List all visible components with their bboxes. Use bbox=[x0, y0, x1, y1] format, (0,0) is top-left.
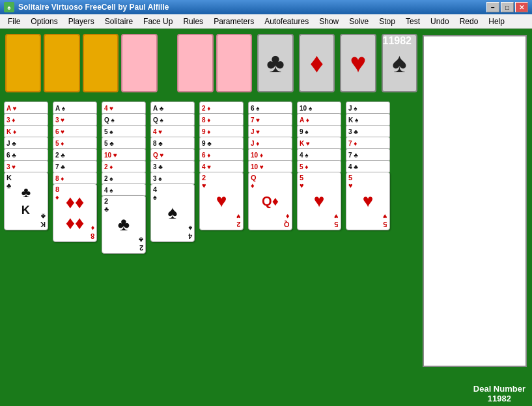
column-7[interactable]: 10 ♠ A ♦ 9 ♠ K ♥ 4 ♠ 5 ♦ 5♥ ♥ 5♥ bbox=[297, 102, 344, 375]
clubs-icon: ♣ bbox=[266, 47, 285, 79]
score-display: 11982 bbox=[383, 35, 412, 47]
freecell-1[interactable] bbox=[5, 34, 41, 92]
menu-rules[interactable]: Rules bbox=[178, 16, 208, 27]
column-5[interactable]: 2 ♦ 8 ♦ 9 ♦ 9 ♣ 6 ♦ 4 ♥ 2♥ ♥ 2♥ bbox=[199, 102, 246, 375]
column-1[interactable]: A ♥ 3 ♦ K ♦ J ♣ 6 ♣ 3 ♥ K♣ ♣K K♣ bbox=[4, 102, 51, 375]
menu-autofeatures[interactable]: Autofeatures bbox=[259, 16, 314, 27]
freecell-3[interactable] bbox=[83, 34, 119, 92]
score-panel bbox=[423, 35, 527, 367]
app-icon: ♠ bbox=[4, 2, 14, 12]
hearts-icon: ♥ bbox=[350, 47, 366, 79]
menu-stop[interactable]: Stop bbox=[374, 16, 400, 27]
menu-players[interactable]: Players bbox=[63, 16, 100, 27]
menu-file[interactable]: File bbox=[3, 16, 25, 27]
menu-faceup[interactable]: Face Up bbox=[138, 16, 178, 27]
column-8[interactable]: J ♠ K ♠ 3 ♣ 7 ♦ 7 ♣ 4 ♣ 5♥ ♥ 5♥ bbox=[346, 102, 393, 375]
menu-solve[interactable]: Solve bbox=[344, 16, 374, 27]
menu-options[interactable]: Options bbox=[25, 16, 63, 27]
deal-number-display: Deal Number 11982 bbox=[473, 384, 525, 403]
window-controls: − □ ✕ bbox=[486, 2, 528, 12]
menu-bar: File Options Players Solitaire Face Up R… bbox=[0, 14, 532, 29]
close-button[interactable]: ✕ bbox=[515, 2, 528, 12]
game-area: ♣ ♦ ♥ ♠ 11982 Deal Number 11982 A ♥ 3 ♦ … bbox=[0, 29, 532, 406]
title-text: Solitaire Virtuoso FreeCell by Paul Alfi… bbox=[18, 3, 486, 12]
menu-redo[interactable]: Redo bbox=[455, 16, 484, 27]
suit-hearts[interactable]: ♥ bbox=[340, 34, 376, 92]
menu-parameters[interactable]: Parameters bbox=[208, 16, 259, 27]
spades-icon: ♠ bbox=[392, 47, 406, 79]
maximize-button[interactable]: □ bbox=[501, 2, 514, 12]
menu-help[interactable]: Help bbox=[483, 16, 510, 27]
menu-show[interactable]: Show bbox=[314, 16, 344, 27]
foundation-2[interactable] bbox=[216, 34, 252, 92]
column-6[interactable]: 6 ♠ 7 ♥ J ♥ J ♦ 10 ♦ 10 ♥ Q♦ Q♦ Q♦ bbox=[248, 102, 295, 375]
menu-test[interactable]: Test bbox=[400, 16, 425, 27]
suit-diamonds[interactable]: ♦ bbox=[299, 34, 335, 92]
menu-solitaire[interactable]: Solitaire bbox=[100, 16, 138, 27]
minimize-button[interactable]: − bbox=[486, 2, 499, 12]
foundation-1[interactable] bbox=[177, 34, 213, 92]
freecell-4[interactable] bbox=[121, 34, 157, 92]
column-4[interactable]: A ♣ Q ♠ 4 ♥ 8 ♣ Q ♥ 3 ♣ 3 ♠ 4♠ ♠ 4♠ bbox=[150, 102, 197, 375]
title-bar: ♠ Solitaire Virtuoso FreeCell by Paul Al… bbox=[0, 0, 532, 14]
menu-undo[interactable]: Undo bbox=[425, 16, 455, 27]
column-3[interactable]: 4 ♥ Q ♠ 5 ♠ 5 ♣ 10 ♥ 2 ♦ 2 ♠ 4 ♠ 2♣ ♣ 2♣ bbox=[102, 102, 148, 375]
suit-clubs[interactable]: ♣ bbox=[257, 34, 293, 92]
freecell-2[interactable] bbox=[44, 34, 79, 92]
column-2[interactable]: A ♠ 3 ♥ 6 ♥ 5 ♦ 2 ♣ 7 ♣ 8 ♦ 8♦ ♦♦♦♦ 8♦ bbox=[53, 102, 100, 375]
diamonds-icon: ♦ bbox=[310, 47, 324, 79]
